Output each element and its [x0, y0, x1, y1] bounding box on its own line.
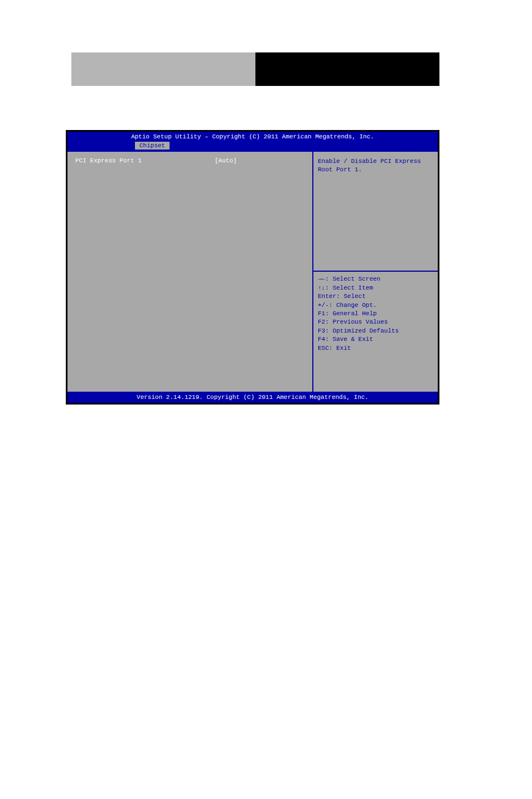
help-description: Enable / Disable PCI Express Root Port 1…	[318, 157, 433, 175]
setting-pci-express-port-1[interactable]: PCI Express Port 1 [Auto]	[75, 157, 304, 164]
bios-help-panel: Enable / Disable PCI Express Root Port 1…	[312, 152, 438, 392]
hint-esc: ESC: Exit	[318, 344, 433, 353]
bios-screenshot: Aptio Setup Utility – Copyright (C) 2011…	[66, 130, 439, 405]
bios-footer: Version 2.14.1219. Copyright (C) 2011 Am…	[67, 392, 438, 403]
hint-change: +/-: Change Opt.	[318, 301, 433, 310]
help-line-1: Enable / Disable PCI Express	[318, 157, 433, 166]
hint-select-screen: →←: Select Screen	[318, 275, 433, 283]
hint-select-item: ↑↓: Select Item	[318, 284, 433, 292]
hint-enter: Enter: Select	[318, 292, 433, 301]
help-hints-section: →←: Select Screen ↑↓: Select Item Enter:…	[318, 267, 433, 386]
header-black-section	[255, 52, 439, 86]
page-header-bar	[71, 52, 439, 86]
hint-f2: F2: Previous Values	[318, 318, 433, 326]
bios-body: PCI Express Port 1 [Auto] Enable / Disab…	[67, 152, 438, 392]
setting-value: [Auto]	[215, 157, 237, 164]
hint-f4: F4: Save & Exit	[318, 335, 433, 344]
setting-label: PCI Express Port 1	[75, 157, 215, 164]
hint-f1: F1: General Help	[318, 310, 433, 318]
bios-title: Aptio Setup Utility – Copyright (C) 2011…	[67, 132, 438, 140]
key-hints: →←: Select Screen ↑↓: Select Item Enter:…	[318, 275, 433, 353]
header-gray-section	[71, 52, 255, 86]
bios-tab-bar: Chipset	[67, 140, 438, 152]
hint-f3: F3: Optimized Defaults	[318, 327, 433, 335]
hint-bottom-spacer	[318, 353, 433, 386]
help-line-2: Root Port 1.	[318, 166, 433, 174]
tab-spacer	[67, 141, 134, 150]
bios-settings-panel: PCI Express Port 1 [Auto]	[67, 152, 312, 392]
help-divider	[313, 271, 438, 272]
tab-chipset[interactable]: Chipset	[134, 141, 170, 150]
